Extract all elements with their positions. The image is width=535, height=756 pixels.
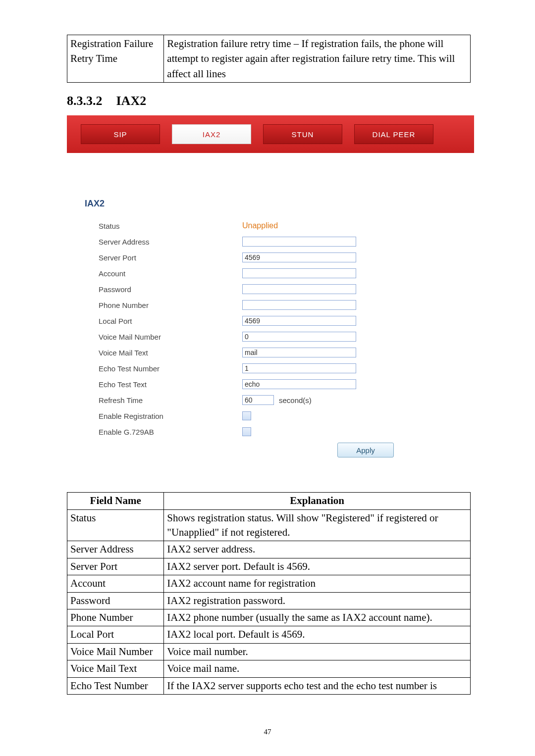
section-title: IAX2 [116, 94, 147, 108]
table-cell: IAX2 account name for registration [164, 575, 471, 592]
input-refresh-time[interactable] [242, 395, 274, 405]
input-phone-number[interactable] [242, 300, 356, 310]
definition-table: Registration Failure Retry Time Registra… [67, 35, 471, 83]
apply-button[interactable]: Apply [337, 443, 394, 457]
input-voice-mail-number[interactable] [242, 332, 356, 342]
tab-stun[interactable]: STUN [263, 124, 342, 144]
tab-iax2[interactable]: IAX2 [172, 124, 251, 144]
input-server-port[interactable] [242, 252, 356, 262]
label-enable-g729ab: Enable G.729AB [85, 428, 242, 436]
table-cell: Status [67, 509, 164, 541]
label-server-address: Server Address [85, 238, 242, 246]
explain-header-exp: Explanation [164, 493, 471, 509]
explanation-table: Field Name Explanation StatusShows regis… [67, 492, 471, 695]
label-server-port: Server Port [85, 253, 242, 262]
label-echo-test-text: Echo Test Text [85, 380, 242, 389]
checkbox-enable-g729ab[interactable] [242, 427, 251, 436]
label-enable-registration: Enable Registration [85, 412, 242, 420]
def-field: Registration Failure Retry Time [67, 35, 164, 83]
table-cell: Voice Mail Number [67, 643, 164, 660]
table-cell: IAX2 server port. Default is 4569. [164, 558, 471, 575]
label-refresh-time: Refresh Time [85, 396, 242, 404]
table-cell: If the IAX2 server supports echo test an… [164, 677, 471, 694]
section-number: 8.3.3.2 [67, 94, 103, 108]
label-local-port: Local Port [85, 317, 242, 325]
tab-sip[interactable]: SIP [81, 124, 160, 144]
table-cell: IAX2 phone number (usually the same as I… [164, 609, 471, 626]
checkbox-enable-registration[interactable] [242, 411, 251, 420]
table-cell: Voice mail number. [164, 643, 471, 660]
label-echo-test-number: Echo Test Number [85, 364, 242, 373]
table-cell: Voice Mail Text [67, 660, 164, 677]
table-cell: Voice mail name. [164, 660, 471, 677]
table-cell: Shows registration status. Will show "Re… [164, 509, 471, 541]
status-value: Unapplied [242, 221, 278, 230]
label-status: Status [85, 222, 242, 230]
table-cell: Password [67, 592, 164, 609]
table-cell: IAX2 server address. [164, 541, 471, 558]
table-cell: Local Port [67, 626, 164, 643]
label-phone-number: Phone Number [85, 301, 242, 309]
input-voice-mail-text[interactable] [242, 348, 356, 357]
page-number: 47 [0, 728, 535, 736]
input-password[interactable] [242, 284, 356, 294]
label-password: Password [85, 285, 242, 294]
section-heading: 8.3.3.2IAX2 [67, 94, 471, 108]
input-echo-test-text[interactable] [242, 379, 356, 389]
input-local-port[interactable] [242, 316, 356, 326]
tab-dial-peer[interactable]: DIAL PEER [354, 124, 433, 144]
tab-bar: SIP IAX2 STUN DIAL PEER [67, 115, 474, 153]
table-cell: IAX2 local port. Default is 4569. [164, 626, 471, 643]
label-voice-mail-number: Voice Mail Number [85, 333, 242, 341]
label-refresh-unit: second(s) [279, 396, 312, 404]
table-cell: Phone Number [67, 609, 164, 626]
form-title: IAX2 [85, 199, 459, 209]
iax2-config-screenshot: SIP IAX2 STUN DIAL PEER IAX2 Status Unap… [67, 115, 474, 469]
table-cell: Server Port [67, 558, 164, 575]
input-account[interactable] [242, 268, 356, 278]
label-account: Account [85, 269, 242, 278]
table-cell: IAX2 registration password. [164, 592, 471, 609]
label-voice-mail-text: Voice Mail Text [85, 349, 242, 357]
table-cell: Server Address [67, 541, 164, 558]
table-cell: Echo Test Number [67, 677, 164, 694]
explain-header-field: Field Name [67, 493, 164, 509]
table-cell: Account [67, 575, 164, 592]
def-description: Registration failure retry time – If reg… [164, 35, 471, 83]
input-echo-test-number[interactable] [242, 363, 356, 373]
input-server-address[interactable] [242, 237, 356, 247]
